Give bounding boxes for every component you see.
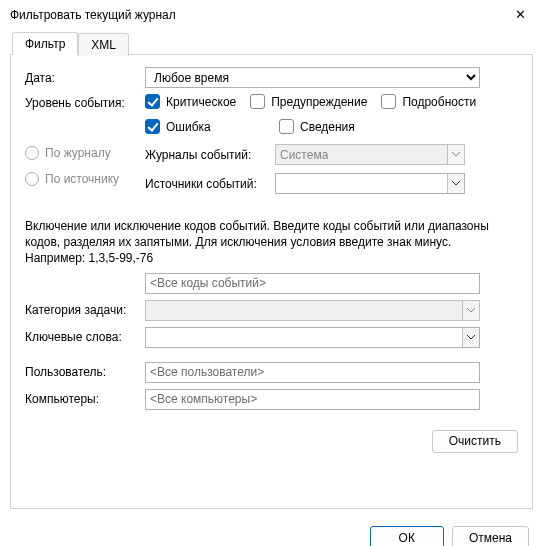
filter-panel: Дата: Любое время Уровень события: Крити… — [10, 54, 533, 509]
chevron-down-icon — [447, 145, 464, 164]
event-ids-input[interactable] — [145, 273, 480, 294]
chk-verbose-label: Подробности — [402, 95, 476, 109]
label-user: Пользователь: — [25, 365, 145, 379]
radio-by-log-label: По журналу — [45, 146, 111, 160]
chevron-down-icon — [462, 301, 479, 320]
tab-bar: Фильтр XML — [12, 32, 533, 55]
computers-input[interactable] — [145, 389, 480, 410]
label-task-category: Категория задачи: — [25, 303, 145, 317]
clear-button[interactable]: Очистить — [432, 430, 518, 453]
level-group: Критическое Предупреждение Подробности О… — [145, 94, 485, 134]
event-id-hint: Включение или исключение кодов событий. … — [25, 218, 505, 267]
event-logs-value: Система — [276, 148, 447, 162]
chk-verbose[interactable] — [381, 94, 396, 109]
chk-critical-label: Критическое — [166, 95, 236, 109]
label-event-sources: Источники событий: — [145, 177, 275, 191]
keywords-combo[interactable] — [145, 327, 480, 348]
cancel-button[interactable]: Отмена — [452, 526, 529, 546]
event-sources-combo[interactable] — [275, 173, 465, 194]
task-category-combo — [145, 300, 480, 321]
tab-xml[interactable]: XML — [78, 33, 129, 56]
chk-error-label: Ошибка — [166, 120, 211, 134]
filter-mode-group: По журналу По источнику — [25, 144, 145, 198]
chevron-down-icon[interactable] — [447, 174, 464, 193]
label-keywords: Ключевые слова: — [25, 330, 145, 344]
radio-by-log — [25, 146, 39, 160]
label-level: Уровень события: — [25, 94, 145, 110]
close-icon[interactable]: ✕ — [505, 3, 535, 27]
chk-error[interactable] — [145, 119, 160, 134]
chk-information-label: Сведения — [300, 120, 355, 134]
user-input[interactable] — [145, 362, 480, 383]
date-select[interactable]: Любое время — [145, 67, 480, 88]
chk-warning[interactable] — [250, 94, 265, 109]
chevron-down-icon[interactable] — [462, 328, 479, 347]
radio-by-source-label: По источнику — [45, 172, 119, 186]
label-computers: Компьютеры: — [25, 392, 145, 406]
radio-by-source — [25, 172, 39, 186]
tab-filter[interactable]: Фильтр — [12, 32, 78, 55]
ok-button[interactable]: ОК — [370, 526, 444, 546]
dialog-footer: ОК Отмена — [0, 520, 543, 546]
chk-warning-label: Предупреждение — [271, 95, 367, 109]
window-title: Фильтровать текущий журнал — [10, 8, 176, 22]
event-logs-combo: Система — [275, 144, 465, 165]
label-event-logs: Журналы событий: — [145, 148, 275, 162]
label-date: Дата: — [25, 71, 145, 85]
chk-information[interactable] — [279, 119, 294, 134]
titlebar: Фильтровать текущий журнал ✕ — [0, 0, 543, 30]
chk-critical[interactable] — [145, 94, 160, 109]
